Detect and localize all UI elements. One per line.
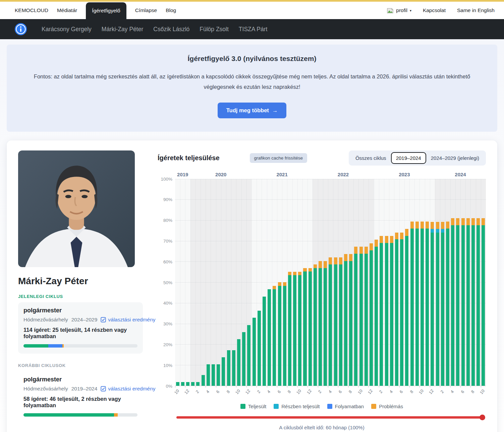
chart-bar[interactable] (186, 382, 189, 385)
y-tick-label: 100% (161, 176, 172, 181)
chart-bar[interactable] (288, 272, 291, 386)
subnav-item-marki-zay-peter[interactable]: Márki-Zay Péter (102, 26, 143, 33)
promise-chart: 0%10%20%30%40%50%60%70%80%90%100% 201920… (158, 171, 486, 402)
chart-bar[interactable] (477, 218, 480, 386)
chart-bar[interactable] (191, 382, 194, 385)
chart-bar[interactable] (334, 257, 337, 386)
chart-bar[interactable] (202, 375, 205, 386)
legend-item-teljesült[interactable]: Teljesült (240, 404, 266, 409)
chart-bar[interactable] (212, 364, 215, 386)
chart-bar[interactable] (390, 236, 393, 386)
brand-kemocloud[interactable]: KEMOCLOUD (15, 7, 48, 13)
refresh-chart-cache-button[interactable]: grafikon cache frissítése (250, 153, 307, 163)
chart-bar[interactable] (456, 218, 459, 386)
chart-bar[interactable] (365, 247, 368, 386)
chart-bar-slot (389, 179, 394, 386)
legend-item-problémás[interactable]: Problémás (371, 404, 403, 409)
previous-election-result-link[interactable]: választási eredmény (101, 386, 155, 392)
chart-bar[interactable] (247, 325, 250, 386)
chart-bar[interactable] (370, 243, 373, 386)
chart-bar[interactable] (471, 218, 475, 386)
chart-bar[interactable] (298, 272, 301, 386)
chart-bar[interactable] (441, 222, 444, 386)
bar-segment-teljesült (324, 268, 327, 386)
chart-bar[interactable] (354, 247, 357, 386)
profile-menu[interactable]: profil ▾ (387, 7, 411, 14)
chart-bar[interactable] (237, 339, 240, 385)
chart-bar[interactable] (227, 350, 230, 386)
chart-bar[interactable] (329, 257, 332, 386)
chart-bar[interactable] (410, 222, 414, 385)
chart-bar[interactable] (222, 357, 225, 386)
chart-bar[interactable] (303, 268, 306, 386)
chart-bar[interactable] (385, 236, 388, 386)
chart-bar[interactable] (176, 382, 179, 385)
chart-bar[interactable] (359, 247, 363, 386)
info-icon[interactable] (15, 23, 27, 35)
elapsed-time-slider[interactable] (176, 415, 485, 421)
bar-segment-teljesült (227, 350, 230, 386)
legend-item-folyamatban[interactable]: Folyamatban (327, 404, 364, 409)
chart-bar[interactable] (415, 222, 419, 385)
chart-bar[interactable] (319, 261, 322, 386)
chart-bar[interactable] (217, 364, 220, 386)
chart-bar[interactable] (253, 318, 256, 385)
nav-item-language[interactable]: Same in English (457, 7, 495, 13)
bar-segment-problémás (405, 229, 408, 236)
chart-bar[interactable] (278, 282, 281, 386)
chart-bar[interactable] (314, 264, 317, 386)
chart-bar[interactable] (268, 289, 271, 386)
subnav-item-tisza-part[interactable]: TISZA Párt (239, 26, 268, 33)
chart-bar[interactable] (293, 272, 296, 386)
chart-bar-slot (338, 179, 343, 386)
chart-bar[interactable] (466, 218, 470, 386)
learn-more-button[interactable]: Tudj meg többet → (218, 103, 287, 118)
subnav-item-csozik-laszlo[interactable]: Csőzik László (153, 26, 189, 33)
chart-bar[interactable] (344, 254, 347, 386)
slider-track[interactable] (176, 416, 485, 419)
legend-label: Részben teljesült (281, 404, 320, 409)
legend-item-részben-teljesült[interactable]: Részben teljesült (274, 404, 320, 409)
chart-bar[interactable] (273, 286, 276, 386)
chart-bar[interactable] (426, 222, 429, 385)
nav-item-blog[interactable]: Blog (166, 7, 176, 13)
nav-item-igeretfigyelo-active-tab[interactable]: Ígéretfigyelő (86, 2, 126, 19)
chart-bar[interactable] (375, 240, 378, 386)
chart-bar[interactable] (461, 218, 465, 386)
chart-bar[interactable] (263, 297, 266, 386)
subnav-item-karacsony-gergely[interactable]: Karácsony Gergely (42, 26, 92, 33)
chart-bar[interactable] (339, 257, 342, 386)
chart-bar[interactable] (324, 261, 327, 386)
chart-bar-slot (328, 179, 333, 386)
chart-bar[interactable] (395, 233, 398, 386)
politicians-navbar: Karácsony Gergely Márki-Zay Péter Csőzik… (0, 19, 504, 39)
nav-item-kapcsolat[interactable]: Kapcsolat (423, 7, 446, 13)
chart-bar[interactable] (431, 222, 434, 386)
chart-bar[interactable] (421, 222, 424, 385)
chart-bar[interactable] (436, 222, 439, 386)
tab-2019-2024[interactable]: 2019–2024 (391, 152, 426, 164)
chart-bar[interactable] (400, 233, 403, 386)
chart-bar[interactable] (258, 311, 261, 385)
chart-bar[interactable] (349, 254, 352, 386)
subnav-item-fulop-zsolt[interactable]: Fülöp Zsolt (200, 26, 229, 33)
current-election-result-link[interactable]: választási eredmény (101, 317, 155, 323)
chart-bar[interactable] (405, 229, 408, 386)
nav-item-cimlapse[interactable]: Címlapse (135, 7, 157, 13)
chart-bar[interactable] (380, 236, 383, 386)
chart-bar[interactable] (196, 382, 200, 385)
chart-bar[interactable] (207, 364, 210, 386)
slider-handle[interactable] (480, 415, 485, 420)
chart-bar[interactable] (242, 332, 245, 386)
x-tick-label: 8 (287, 389, 292, 394)
chart-bar[interactable] (451, 218, 454, 386)
tab-2024-2029[interactable]: 2024–2029 (jelenlegi) (426, 152, 484, 164)
chart-bar[interactable] (482, 218, 485, 386)
chart-bar[interactable] (232, 350, 235, 386)
chart-bar[interactable] (283, 282, 286, 386)
nav-item-mediatar[interactable]: Médiatár (57, 7, 77, 13)
chart-bar[interactable] (446, 222, 449, 385)
chart-bar[interactable] (181, 382, 184, 385)
chart-bar[interactable] (309, 268, 312, 386)
tab-all-cycles[interactable]: Összes ciklus (351, 152, 391, 164)
